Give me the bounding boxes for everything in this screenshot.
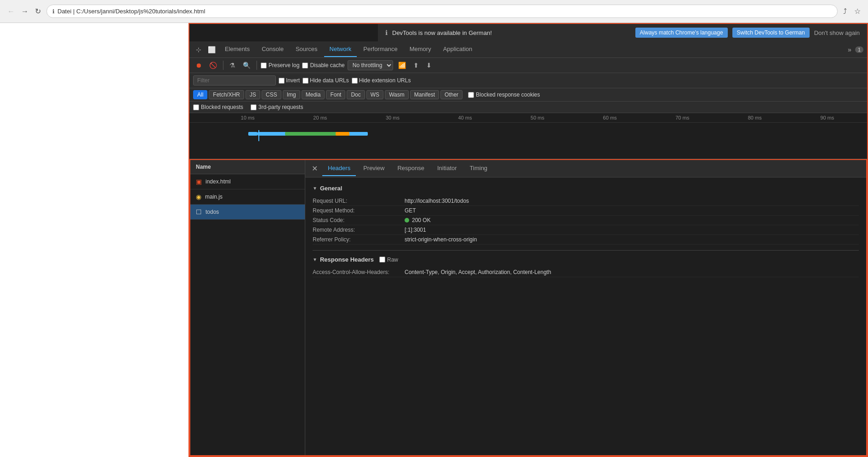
tab-memory[interactable]: Memory (404, 42, 437, 57)
filter-js-button[interactable]: JS (246, 90, 260, 99)
hide-data-urls-checkbox-label[interactable]: Hide data URLs (303, 77, 349, 84)
ruler-mark-10ms: 10 ms (211, 115, 284, 120)
blocked-cookies-checkbox-label[interactable]: Blocked response cookies (468, 91, 540, 98)
tab-sources[interactable]: Sources (290, 42, 323, 57)
tab-network[interactable]: Network (324, 42, 357, 57)
throttle-select[interactable]: No throttling Fast 3G Slow 3G Offline (348, 60, 393, 70)
timeline-content (189, 123, 867, 159)
star-button[interactable]: ☆ (852, 5, 862, 17)
invert-checkbox-label[interactable]: Invert (279, 77, 300, 84)
third-party-label: 3rd-party requests (258, 104, 303, 110)
request-method-key: Request Method: (313, 207, 405, 214)
tab-preview[interactable]: Preview (358, 161, 390, 176)
notification-text: DevTools is now available in German! (392, 29, 631, 36)
filter-input[interactable] (193, 75, 276, 86)
timeline-ruler: 10 ms 20 ms 30 ms 40 ms 50 ms 60 ms 70 m… (189, 113, 867, 123)
tab-initiator[interactable]: Initiator (432, 161, 463, 176)
search-button[interactable]: 🔍 (240, 60, 253, 70)
always-match-language-button[interactable]: Always match Chrome's language (635, 28, 728, 38)
network-split: Name ▣ index.html ◉ main.js ☐ todos ✕ (189, 159, 867, 456)
record-stop-button[interactable]: ⏺ (193, 60, 204, 70)
ruler-mark-50ms: 50 ms (501, 115, 574, 120)
timeline-waterfall (193, 130, 863, 141)
hide-ext-urls-checkbox-label[interactable]: Hide extension URLs (352, 77, 411, 84)
download-icon-button[interactable]: ⬇ (424, 60, 434, 70)
raw-checkbox[interactable] (379, 257, 385, 263)
filter-all-button[interactable]: All (193, 90, 207, 99)
notification-bar: ℹ DevTools is now available in German! A… (378, 24, 867, 41)
hide-ext-urls-label: Hide extension URLs (359, 77, 411, 84)
upload-icon-button[interactable]: ⬆ (411, 60, 421, 70)
blocked-cookies-checkbox[interactable] (468, 92, 474, 98)
tab-application[interactable]: Application (438, 42, 478, 57)
tab-timing[interactable]: Timing (464, 161, 493, 176)
request-filter-bar: Blocked requests 3rd-party requests (189, 102, 867, 113)
tab-performance[interactable]: Performance (358, 42, 403, 57)
request-method-value: GET (405, 207, 859, 214)
dont-show-again-button[interactable]: Don't show again (814, 29, 860, 36)
close-details-button[interactable]: ✕ (309, 162, 320, 175)
filter-icon-button[interactable]: ⚗ (227, 60, 238, 70)
address-bar[interactable]: ℹ Datei | C:/Users/janni/Desktop/js%20tu… (46, 5, 838, 18)
details-panel: ✕ Headers Preview Response Initiator Tim… (305, 160, 866, 455)
tab-response[interactable]: Response (392, 161, 430, 176)
tabs-right: » 1 (846, 44, 863, 55)
filter-wasm-button[interactable]: Wasm (385, 90, 409, 99)
clear-button[interactable]: 🚫 (207, 60, 219, 70)
devtools-panel: ℹ DevTools is now available in German! A… (188, 23, 868, 457)
share-button[interactable]: ⤴ (841, 6, 849, 17)
filter-media-button[interactable]: Media (302, 90, 325, 99)
filter-ws-button[interactable]: WS (366, 90, 383, 99)
devtools-tabs: ⊹ ⬜ Elements Console Sources Network Per… (189, 41, 867, 58)
api-icon: ☐ (196, 208, 202, 216)
response-headers-toggle[interactable]: ▼ (313, 257, 317, 262)
switch-devtools-button[interactable]: Switch DevTools to German (732, 28, 810, 38)
toolbar-separator-2 (257, 61, 257, 70)
tab-elements[interactable]: Elements (219, 42, 255, 57)
filter-manifest-button[interactable]: Manifest (410, 90, 439, 99)
filter-img-button[interactable]: Img (283, 90, 300, 99)
wifi-icon-button[interactable]: 📶 (396, 60, 408, 70)
general-section-toggle[interactable]: ▼ (313, 186, 317, 191)
request-name-index-html: index.html (206, 178, 231, 185)
filter-css-button[interactable]: CSS (262, 90, 281, 99)
status-code-text: 200 OK (412, 217, 431, 223)
mobile-icon[interactable]: ⬜ (205, 44, 218, 55)
blocked-requests-checkbox[interactable] (193, 104, 199, 110)
remote-address-value: [:1]:3001 (405, 227, 859, 233)
blocked-requests-checkbox-label[interactable]: Blocked requests (193, 104, 243, 110)
third-party-checkbox-label[interactable]: 3rd-party requests (251, 104, 303, 110)
ruler-mark-80ms: 80 ms (719, 115, 791, 120)
tab-headers[interactable]: Headers (322, 161, 356, 176)
status-code-key: Status Code: (313, 217, 405, 223)
filter-other-button[interactable]: Other (440, 90, 463, 99)
invert-checkbox[interactable] (279, 78, 285, 84)
waterfall-bar-dns (248, 132, 257, 136)
preserve-log-checkbox-label[interactable]: Preserve log (261, 62, 299, 69)
list-item-main-js[interactable]: ◉ main.js (190, 189, 305, 205)
filter-font-button[interactable]: Font (326, 90, 345, 99)
disable-cache-checkbox-label[interactable]: Disable cache (302, 62, 344, 69)
hide-data-urls-checkbox[interactable] (303, 78, 308, 84)
cursor-icon[interactable]: ⊹ (193, 44, 204, 55)
ruler-mark-60ms: 60 ms (574, 115, 646, 120)
list-item-index-html[interactable]: ▣ index.html (190, 174, 305, 189)
preserve-log-checkbox[interactable] (261, 63, 267, 69)
access-control-key: Access-Control-Allow-Headers: (313, 269, 405, 275)
raw-checkbox-label[interactable]: Raw (379, 257, 398, 263)
request-method-row: Request Method: GET (313, 206, 859, 216)
tab-console[interactable]: Console (256, 42, 289, 57)
filter-doc-button[interactable]: Doc (347, 90, 365, 99)
disable-cache-checkbox[interactable] (302, 63, 308, 69)
filter-fetchxhr-button[interactable]: Fetch/XHR (209, 90, 244, 99)
more-tabs-button[interactable]: » (846, 44, 853, 55)
list-item-todos[interactable]: ☐ todos (190, 205, 305, 220)
hide-ext-urls-checkbox[interactable] (352, 78, 358, 84)
request-list: Name ▣ index.html ◉ main.js ☐ todos (190, 160, 305, 455)
refresh-button[interactable]: ↻ (33, 5, 43, 17)
third-party-checkbox[interactable] (251, 104, 257, 110)
filter-type-buttons: All Fetch/XHR JS CSS Img Media Font Doc … (193, 90, 463, 99)
devtools-badge: 1 (855, 46, 863, 53)
back-button[interactable]: ← (6, 6, 17, 17)
forward-button[interactable]: → (19, 6, 30, 17)
